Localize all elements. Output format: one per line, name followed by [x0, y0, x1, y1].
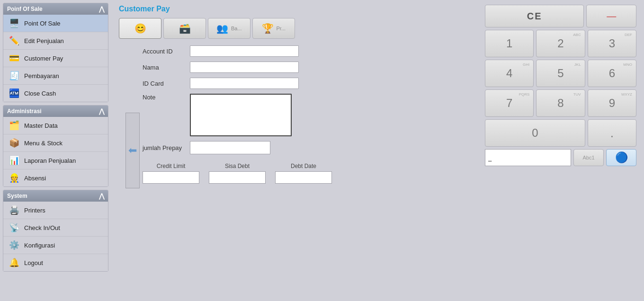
id-card-input[interactable]: [190, 78, 299, 89]
debt-date-input[interactable]: [275, 171, 332, 184]
sidebar-item-laporan[interactable]: 📊 Laporan Penjualan: [3, 152, 108, 169]
sisa-debt-label: Sisa Debt: [225, 163, 250, 169]
nama-input[interactable]: [190, 62, 299, 73]
pembayaran-label: Pembayaran: [24, 72, 59, 80]
key-7[interactable]: 7 PQRS: [485, 89, 534, 117]
master-data-label: Master Data: [24, 122, 58, 129]
sidebar-section-admin: Administrasi ⋀ 🗂️ Master Data 📦 Menu & S…: [3, 105, 108, 187]
master-data-icon: 🗂️: [8, 119, 20, 132]
credit-limit-group: Credit Limit: [143, 163, 199, 184]
sidebar-section-system-header: System ⋀: [3, 190, 108, 202]
account-id-label: Account ID: [143, 48, 185, 55]
key-8[interactable]: 8 TUV: [536, 89, 585, 117]
tab-3[interactable]: 👥 Ba...: [208, 18, 250, 39]
credit-limit-label: Credit Limit: [157, 163, 186, 169]
ce-button[interactable]: CE: [485, 5, 584, 27]
abc-label: Abc1: [582, 155, 594, 160]
id-card-label: ID Card: [143, 80, 185, 87]
note-label: Note: [143, 94, 185, 101]
numpad-bottom-row: Abc1 🔵: [485, 149, 636, 166]
key-9[interactable]: 9 WXYZ: [588, 89, 636, 117]
collapse-system-icon[interactable]: ⋀: [99, 192, 104, 200]
debt-date-group: Debt Date: [275, 163, 332, 184]
prepay-label: jumlah Prepay: [143, 144, 185, 151]
printers-icon: 🖨️: [8, 204, 20, 216]
sidebar: Poinf Of Sale ⋀ 🖥️ Point Of Sale ✏️ Edit…: [0, 0, 111, 301]
numpad-top-row: CE —: [485, 5, 636, 27]
laporan-label: Laporan Penjualan: [24, 157, 76, 164]
sidebar-item-absensi[interactable]: 👷 Absensi: [3, 169, 108, 186]
key-6[interactable]: 6 MNO: [588, 60, 636, 87]
sidebar-section-admin-header: Administrasi ⋀: [3, 106, 108, 117]
laporan-icon: 📊: [8, 154, 20, 167]
pos-icon: 🖥️: [8, 17, 20, 29]
sidebar-section-pos: Poinf Of Sale ⋀ 🖥️ Point Of Sale ✏️ Edit…: [3, 3, 108, 102]
credit-limit-input[interactable]: [143, 171, 199, 184]
check-in-out-icon: 📡: [8, 221, 20, 234]
sidebar-section-pos-header: Poinf Of Sale ⋀: [3, 3, 108, 15]
sidebar-item-edit-penjualan[interactable]: ✏️ Edit Penjualan: [3, 32, 108, 50]
minus-button[interactable]: —: [586, 5, 636, 27]
sidebar-item-printers[interactable]: 🖨️ Printers: [3, 202, 108, 219]
konfigurasi-label: Konfigurasi: [24, 242, 55, 249]
customer-pay-label: Customer Pay: [24, 55, 63, 62]
key-4[interactable]: 4 GHI: [485, 60, 534, 87]
key-1[interactable]: 1: [485, 30, 534, 57]
numpad-grid: 1 2 ABC 3 DEF 4 GHI 5 JKL 6 MNO: [485, 30, 636, 147]
tab-4[interactable]: 🏆 Pr...: [252, 18, 295, 39]
key-5[interactable]: 5 JKL: [536, 60, 585, 87]
numpad-area: CE — 1 2 ABC 3 DEF 4 GHI 5: [485, 5, 636, 166]
sidebar-item-logout[interactable]: 🔔 Logout: [3, 254, 108, 271]
ok-button[interactable]: 🔵: [606, 149, 636, 166]
sidebar-section-system: System ⋀ 🖨️ Printers 📡 Check In/Out ⚙️ K…: [3, 190, 108, 272]
prepay-input[interactable]: [190, 141, 270, 154]
key-period[interactable]: .: [588, 119, 636, 147]
sidebar-item-konfigurasi[interactable]: ⚙️ Konfigurasi: [3, 237, 108, 254]
key-3[interactable]: 3 DEF: [588, 30, 636, 57]
sisa-debt-group: Sisa Debt: [209, 163, 266, 184]
sidebar-section-pos-title: Poinf Of Sale: [7, 6, 43, 12]
sidebar-item-customer-pay[interactable]: 💳 Customer Pay: [3, 50, 108, 67]
pembayaran-icon: 🧾: [8, 70, 20, 82]
account-id-input[interactable]: [190, 45, 299, 57]
collapse-pos-icon[interactable]: ⋀: [99, 5, 104, 13]
sidebar-item-master-data[interactable]: 🗂️ Master Data: [3, 117, 108, 134]
abc-button[interactable]: Abc1: [573, 149, 604, 166]
note-textarea[interactable]: [190, 94, 292, 136]
edit-icon: ✏️: [8, 35, 20, 47]
customer-pay-icon: 💳: [8, 52, 20, 64]
key-0[interactable]: 0: [485, 119, 585, 147]
logout-label: Logout: [24, 259, 43, 266]
check-in-out-label: Check In/Out: [24, 224, 60, 231]
menu-stock-icon: 📦: [8, 137, 20, 149]
main-content: Customer Pay 😊 🗃️ 👥 Ba... 🏆 Pr... ⬅ Acco…: [111, 0, 644, 301]
sidebar-item-pembayaran[interactable]: 🧾 Pembayaran: [3, 67, 108, 85]
close-cash-label: Close Cash: [24, 90, 56, 97]
sidebar-item-check-in-out[interactable]: 📡 Check In/Out: [3, 219, 108, 237]
key-2[interactable]: 2 ABC: [536, 30, 585, 57]
numpad-text-field[interactable]: [485, 149, 571, 166]
tab-1[interactable]: 😊: [119, 18, 161, 39]
sidebar-item-menu-stock[interactable]: 📦 Menu & Stock: [3, 134, 108, 152]
logout-icon: 🔔: [8, 257, 20, 269]
sisa-debt-input[interactable]: [209, 171, 266, 184]
absensi-label: Absensi: [24, 175, 46, 182]
nama-label: Nama: [143, 64, 185, 71]
collapse-admin-icon[interactable]: ⋀: [99, 107, 104, 115]
sidebar-section-admin-title: Administrasi: [7, 108, 42, 115]
back-button[interactable]: ⬅: [125, 113, 140, 188]
tab-2[interactable]: 🗃️: [163, 18, 206, 39]
pos-label: Point Of Sale: [24, 20, 61, 27]
sidebar-section-system-title: System: [7, 193, 27, 199]
absensi-icon: 👷: [8, 172, 20, 184]
edit-label: Edit Penjualan: [24, 37, 64, 44]
menu-stock-label: Menu & Stock: [24, 140, 63, 147]
sidebar-item-point-of-sale[interactable]: 🖥️ Point Of Sale: [3, 15, 108, 32]
sidebar-item-close-cash[interactable]: 🏧 Close Cash: [3, 85, 108, 102]
konfigurasi-icon: ⚙️: [8, 239, 20, 251]
close-cash-icon: 🏧: [8, 87, 20, 99]
debt-date-label: Debt Date: [291, 163, 316, 169]
printers-label: Printers: [24, 207, 45, 214]
